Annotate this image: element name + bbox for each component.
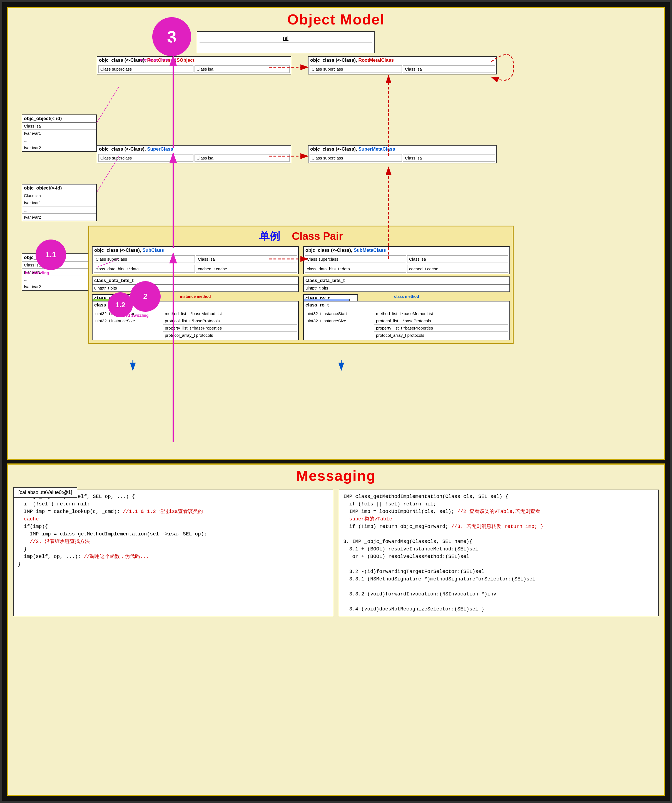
subclass-ro-base-proto: protocol_list_t *baseProtocols (163, 317, 297, 325)
submeta-ro-base-method: method_list_t *baseMethodList (374, 310, 508, 317)
left-obj-2-title: objc_object(<-id) (22, 184, 96, 192)
right-code-line-11: 3.4-(void)doesNotRecognizeSelector:(SEL)… (343, 605, 654, 613)
left-obj-1-row-2: ... (22, 137, 96, 144)
nil-label: nil (200, 34, 372, 43)
left-code-line-2: IMP imp = cache_lookup(c, _cmd); //1.1 &… (18, 508, 329, 515)
messaging-section: Messaging [cal absoluteValue0:@1] id obj… (7, 463, 665, 796)
submeta-superclass: Class superclass (305, 255, 406, 263)
submeta-column: objc_class (<-Class), SubMetaClass Class… (303, 246, 510, 340)
subclass-title: objc_class (<-Class), SubClass (93, 247, 298, 254)
subclass-ro-instance-size: uint32_t instanceSize (94, 317, 161, 324)
root-class-title: objc_class (<-Class), RootClass, NSObjec… (97, 57, 291, 64)
right-code-line-8: 3.2 -(id)forwardingTargetForSelector:(SE… (343, 568, 654, 575)
submeta-data-bits: class_data_bits_t uintptr_t bits (303, 276, 510, 292)
subclass-superclass: Class superclass (94, 255, 195, 263)
left-code-line-7: } (18, 545, 329, 553)
left-code-line-4: if(imp){ (18, 523, 329, 530)
left-obj-2-row-3: Ivar ivar2 (22, 214, 96, 221)
root-meta-class-box: objc_class (<-Class), RootMetalClass Cla… (308, 56, 497, 75)
right-code-line-10: 3.3.2-(void)forwardInvocation:(NSInvocat… (343, 590, 654, 598)
root-meta-isa: Class isa (403, 65, 495, 73)
super-class-box: objc_class (<-Class), SuperClass Class s… (97, 145, 291, 163)
submeta-title: objc_class (<-Class), SubMetaClass (304, 247, 509, 254)
left-code-line-1: if (!self) return nil; (18, 501, 329, 508)
left-obj-2-row-0: Class isa (22, 192, 96, 199)
left-code-box: id objc_msgSend(id self, SEL op, ...) { … (13, 489, 333, 616)
subclass-box: objc_class (<-Class), SubClass Class sup… (92, 246, 299, 274)
subclass-ro-protocols: protocol_array_t protocols (163, 332, 297, 339)
super-meta-class-title: objc_class (<-Class), SuperMetaClass (309, 146, 496, 153)
left-code-line-8: imp(self, op, ...); //调用这个函数，伪代码... (18, 553, 329, 561)
subclass-ro-base-props: property_list_t *baseProperties (163, 325, 297, 332)
right-code-line-3: super类的vTable (343, 515, 654, 523)
submeta-ro-instance-start: uint32_t instanceStart (305, 310, 372, 317)
subclass-cache: cached_t cache (196, 265, 297, 273)
submeta-ro-base-proto: protocol_list_t *baseProtocols (374, 317, 508, 325)
left-obj-3-row-3: Ivar ivar2 (22, 283, 96, 290)
messaging-title: Messaging (13, 467, 659, 484)
subclass-data: class_data_bits_t *data (94, 265, 195, 273)
super-class-superclass: Class superclass (98, 154, 194, 162)
left-obj-2-row-2: ... (22, 206, 96, 214)
root-class-superclass: Class superclass (98, 65, 194, 73)
super-class-title: objc_class (<-Class), SuperClass (97, 146, 291, 153)
super-meta-isa: Class isa (403, 154, 495, 162)
submeta-isa: Class isa (407, 255, 508, 263)
submeta-ro-protocols: protocol_array_t protocols (374, 332, 508, 339)
page-wrapper: Object Model nil objc_object(<-id) Class… (0, 0, 672, 803)
diagram-area: nil objc_object(<-id) Class isa Ivar iva… (13, 31, 659, 454)
left-obj-2: objc_object(<-id) Class isa Ivar ivar1 .… (22, 184, 97, 221)
left-obj-1-row-3: Ivar ivar2 (22, 144, 96, 151)
submeta-ro-base-props: property_list_t *baseProperties (374, 325, 508, 332)
left-code-line-3: cache (18, 515, 329, 523)
left-obj-1-row-0: Class isa (22, 122, 96, 130)
right-code-line-7: or + (BOOL) resolveClassMethod:(SEL)sel (343, 553, 654, 561)
submeta-data: class_data_bits_t *data (305, 265, 406, 273)
left-obj-1-title: objc_object(<-id) (22, 115, 96, 122)
left-code-line-6: //2. 沿着继承链查找方法 (18, 538, 329, 545)
subclass-data-bits-row: uintptr_t bits (93, 284, 298, 291)
messaging-code-area: id objc_msgSend(id self, SEL op, ...) { … (13, 489, 659, 616)
left-obj-2-row-1: Ivar ivar1 (22, 199, 96, 206)
submeta-ro-t: class_ro_t uint32_t instanceStart uint32… (303, 301, 510, 340)
bubble-3-label: message forward (140, 57, 176, 62)
super-class-isa: Class isa (195, 154, 290, 162)
call-label-box: [cal absoluteValue0:@1] (13, 488, 77, 497)
class-pair-title: 单例 Class Pair (92, 229, 510, 244)
submeta-ro-instance-size: uint32_t instanceSize (305, 317, 372, 324)
left-code-line-9: } (18, 561, 329, 568)
right-code-line-6: 3.1 + (BOOL) resolveInstanceMethod:(SEL)… (343, 545, 654, 553)
object-model-title: Object Model (13, 11, 659, 28)
right-code-line-2: IMP imp = lookUpImpOrNil(cls, sel); //2 … (343, 508, 654, 515)
super-meta-class-box: objc_class (<-Class), SuperMetaClass Cla… (308, 145, 497, 163)
bubble-1-1: 1.1 (36, 239, 66, 270)
object-model-section: Object Model nil objc_object(<-id) Class… (7, 7, 665, 460)
root-meta-superclass: Class superclass (309, 65, 402, 73)
bubble-3: 3 (152, 17, 191, 56)
subclass-isa: Class isa (196, 255, 297, 263)
submeta-cache: cached_t cache (407, 265, 508, 273)
submeta-box: objc_class (<-Class), SubMetaClass Class… (303, 246, 510, 274)
left-code-line-5: IMP imp = class_getMethodImplementation(… (18, 530, 329, 538)
submeta-data-bits-title: class_data_bits_t (304, 277, 509, 284)
subclass-data-bits: class_data_bits_t uintptr_t bits (92, 276, 299, 292)
left-obj-3-row-2: ... (22, 276, 96, 283)
submeta-data-bits-row: uintptr_t bits (304, 284, 509, 291)
nil-box: nil (197, 31, 375, 54)
submeta-ro-t-title: class_ro_t (304, 301, 509, 309)
bubble-2-label: Method Swizzling (116, 313, 149, 318)
left-obj-1: objc_object(<-id) Class isa Ivar ivar1 .… (22, 114, 97, 152)
right-code-line-0: IMP class_getMethodImplementation(Class … (343, 493, 654, 501)
root-class-isa: Class isa (195, 65, 290, 73)
root-meta-class-title: objc_class (<-Class), RootMetalClass (309, 57, 496, 64)
subclass-data-bits-title: class_data_bits_t (93, 277, 298, 284)
svg-line-13 (97, 87, 119, 123)
bubble-2: 2 (130, 281, 161, 312)
super-meta-superclass: Class superclass (309, 154, 402, 162)
right-code-line-5: 3. IMP _objc_fowardMsg(Classcls, SEL nam… (343, 538, 654, 545)
bubble-1-1-label: isa Swizzling (25, 271, 49, 275)
right-code-line-9: 3.3.1-(NSMethodSignature *)methodSignatu… (343, 575, 654, 583)
root-class-box: objc_class (<-Class), RootClass, NSObjec… (97, 56, 291, 75)
right-code-line-4: if (!imp) return objc_msgForward; //3. 若… (343, 523, 654, 530)
right-code-box: IMP class_getMethodImplementation(Class … (339, 489, 659, 616)
